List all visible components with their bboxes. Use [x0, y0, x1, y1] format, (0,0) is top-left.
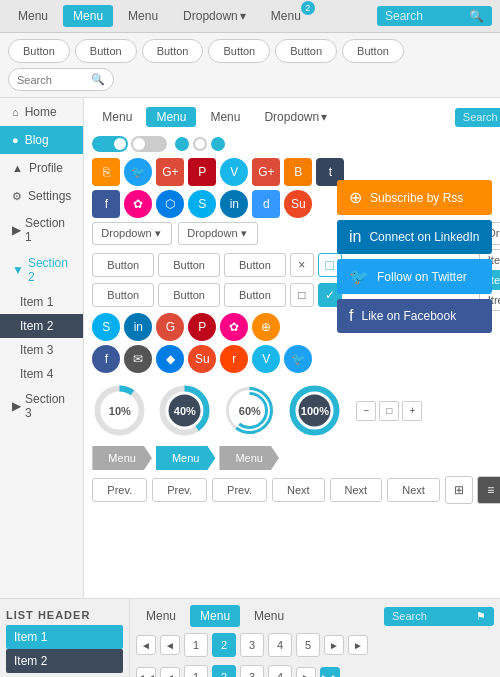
page-3[interactable]: 3	[240, 633, 264, 657]
btn-6[interactable]: Button	[342, 39, 404, 63]
list-view-icon[interactable]: ≡	[477, 476, 500, 504]
pinterest-icon[interactable]: P	[188, 158, 216, 186]
second-nav-2[interactable]: Menu	[146, 107, 196, 127]
second-nav-dropdown[interactable]: Dropdown ▾	[254, 106, 337, 128]
nav-menu-3[interactable]: Menu	[118, 5, 168, 27]
second-search-box[interactable]: 🔍	[455, 108, 500, 127]
btn-search-input[interactable]	[17, 74, 87, 86]
nav-menu-1[interactable]: Menu	[8, 5, 58, 27]
bottom-nav-1[interactable]: Menu	[136, 605, 186, 627]
dropdown-box-2[interactable]: Dropdown ▾	[178, 222, 258, 245]
rss-icon[interactable]: ⎘	[92, 158, 120, 186]
page-next[interactable]: ►	[324, 635, 344, 655]
linkedin-icon[interactable]: in	[220, 190, 248, 218]
arrow-item-2[interactable]: Menu	[156, 446, 216, 470]
ctrl-minus[interactable]: −	[356, 401, 376, 421]
next-btn-1[interactable]: Next	[272, 478, 325, 502]
nav-dropdown-1[interactable]: Dropdown ▾	[173, 5, 256, 27]
btn-group-1a[interactable]: Button	[92, 253, 154, 277]
nav-menu-2[interactable]: Menu	[63, 5, 113, 27]
sidebar-subitem-3[interactable]: Item 3	[0, 338, 83, 362]
page-1[interactable]: 1	[184, 633, 208, 657]
facebook2-icon[interactable]: f	[92, 345, 120, 373]
arrow-item-1[interactable]: Menu	[92, 446, 152, 470]
vimeo2-icon[interactable]: V	[252, 345, 280, 373]
stumbleupon-icon[interactable]: Su	[284, 190, 312, 218]
btn-group-1c[interactable]: Button	[224, 253, 286, 277]
skype-icon[interactable]: S	[188, 190, 216, 218]
twitter-icon[interactable]: 🐦	[124, 158, 152, 186]
sidebar-subitem-1[interactable]: Item 1	[0, 290, 83, 314]
list-item-1[interactable]: Item 1	[6, 625, 123, 649]
sidebar-section-2[interactable]: ▼ Section 2	[0, 250, 83, 290]
sidebar-section-1[interactable]: ▶ Section 1	[0, 210, 83, 250]
btn-2[interactable]: Button	[75, 39, 137, 63]
nav-menu-badge[interactable]: Menu 2	[261, 5, 311, 27]
next-btn-3[interactable]: Next	[387, 478, 440, 502]
btn-group-2c[interactable]: Button	[224, 283, 286, 307]
stumble2-icon[interactable]: Su	[188, 345, 216, 373]
sidebar-subitem-4[interactable]: Item 4	[0, 362, 83, 386]
facebook-icon[interactable]: f	[92, 190, 120, 218]
sidebar-item-profile[interactable]: ▲ Profile	[0, 154, 83, 182]
next-btn-2[interactable]: Next	[330, 478, 383, 502]
btn-5[interactable]: Button	[275, 39, 337, 63]
pinterest2-icon[interactable]: P	[188, 313, 216, 341]
delicious-icon[interactable]: d	[252, 190, 280, 218]
bottom-search[interactable]: ⚑	[384, 607, 494, 626]
ctrl-rect[interactable]: □	[379, 401, 399, 421]
page-4[interactable]: 4	[268, 633, 292, 657]
page-last[interactable]: ►	[348, 635, 368, 655]
arrow-item-3[interactable]: Menu	[219, 446, 279, 470]
btn-1[interactable]: Button	[8, 39, 70, 63]
page2-first[interactable]: ◄◄	[136, 667, 156, 677]
sidebar-item-blog[interactable]: ● Blog	[0, 126, 83, 154]
sidebar-section-3[interactable]: ▶ Section 3	[0, 386, 83, 426]
second-nav-3[interactable]: Menu	[200, 107, 250, 127]
btn-row-search[interactable]: 🔍	[8, 68, 114, 91]
top-search-box[interactable]: 🔍	[377, 6, 492, 26]
dropbox2-icon[interactable]: ◆	[156, 345, 184, 373]
linkedin-connect-btn[interactable]: in Connect on LinkedIn	[337, 220, 492, 254]
ctrl-plus[interactable]: +	[402, 401, 422, 421]
vimeo-icon[interactable]: V	[220, 158, 248, 186]
flickr-icon[interactable]: ✿	[124, 190, 152, 218]
list-item-3[interactable]: Item 3	[6, 673, 123, 677]
btn-x[interactable]: ×	[290, 253, 314, 277]
second-search-input[interactable]	[463, 111, 500, 123]
bottom-nav-3[interactable]: Menu	[244, 605, 294, 627]
btn-group-1b[interactable]: Button	[158, 253, 220, 277]
sidebar-item-home[interactable]: ⌂ Home	[0, 98, 83, 126]
sidebar-item-settings[interactable]: ⚙ Settings	[0, 182, 83, 210]
top-search-input[interactable]	[385, 9, 465, 23]
list-item-2[interactable]: Item 2	[6, 649, 123, 673]
blogger-icon[interactable]: B	[284, 158, 312, 186]
page-prev[interactable]: ◄	[160, 635, 180, 655]
btn-3[interactable]: Button	[142, 39, 204, 63]
prev-btn-1[interactable]: Prev.	[92, 478, 147, 502]
btn-group-2b[interactable]: Button	[158, 283, 220, 307]
dropdown-box-1[interactable]: Dropdown ▾	[92, 222, 172, 245]
btn-group-2a[interactable]: Button	[92, 283, 154, 307]
bottom-search-input[interactable]	[392, 610, 472, 622]
twitter2-icon[interactable]: 🐦	[284, 345, 312, 373]
facebook-like-btn[interactable]: f Like on Facebook	[337, 299, 492, 333]
gplus2-icon[interactable]: G+	[252, 158, 280, 186]
page2-1[interactable]: 1	[184, 665, 208, 677]
twitter-follow-btn[interactable]: 🐦 Follow on Twitter	[337, 259, 492, 294]
gplus-icon[interactable]: G+	[156, 158, 184, 186]
toggle-on-1[interactable]	[92, 136, 128, 152]
page-5[interactable]: 5	[296, 633, 320, 657]
radio-btn-1[interactable]	[175, 137, 189, 151]
sidebar-subitem-2[interactable]: Item 2	[0, 314, 83, 338]
mail-icon[interactable]: ✉	[124, 345, 152, 373]
prev-btn-3[interactable]: Prev.	[212, 478, 267, 502]
page2-2[interactable]: 2	[212, 665, 236, 677]
rss-subscribe-btn[interactable]: ⊕ Subscribe by Rss	[337, 180, 492, 215]
page2-last[interactable]: ►►	[320, 667, 340, 677]
page2-4[interactable]: 4	[268, 665, 292, 677]
btn-4[interactable]: Button	[208, 39, 270, 63]
dropbox-icon[interactable]: ⬡	[156, 190, 184, 218]
google2-icon[interactable]: G	[156, 313, 184, 341]
page-first[interactable]: ◄	[136, 635, 156, 655]
